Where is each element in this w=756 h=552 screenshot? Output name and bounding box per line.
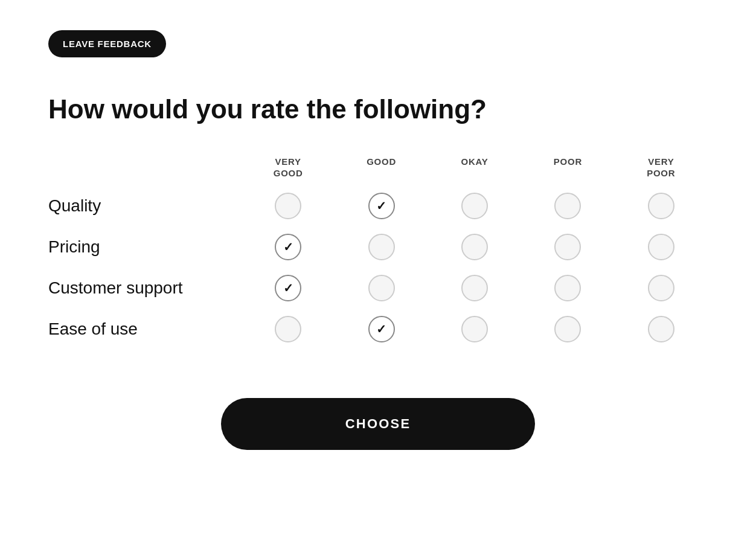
radio-pricing-good[interactable] [368,234,395,260]
choose-button[interactable]: CHOOSE [221,398,535,450]
radio-ease-of-use-good[interactable] [368,316,395,342]
col-poor: POOR [521,156,614,179]
radio-quality-okay[interactable] [461,193,488,219]
table-row: Customer support [48,268,708,309]
leave-feedback-badge: LEAVE FEEDBACK [48,30,166,57]
radio-pricing-okay[interactable] [461,234,488,260]
col-very-poor: VERY POOR [615,156,708,179]
radio-customer-support-very-poor[interactable] [648,275,674,301]
radio-customer-support-poor[interactable] [554,275,581,301]
row-label-ease-of-use: Ease of use [48,319,242,339]
row-label-pricing: Pricing [48,237,242,257]
row-label-customer-support: Customer support [48,278,242,298]
main-question: How would you rate the following? [48,94,708,126]
radio-ease-of-use-very-poor[interactable] [648,316,674,342]
radio-customer-support-good[interactable] [368,275,395,301]
radio-pricing-very-good[interactable] [275,234,301,260]
radio-customer-support-very-good[interactable] [275,275,301,301]
table-row: Quality [48,185,708,226]
col-good: GOOD [335,156,428,179]
radio-quality-very-poor[interactable] [648,193,674,219]
col-very-good: VERY GOOD [242,156,335,179]
radio-quality-very-good[interactable] [275,193,301,219]
radio-ease-of-use-poor[interactable] [554,316,581,342]
radio-ease-of-use-okay[interactable] [461,316,488,342]
radio-quality-poor[interactable] [554,193,581,219]
radio-ease-of-use-very-good[interactable] [275,316,301,342]
radio-pricing-very-poor[interactable] [648,234,674,260]
col-okay: OKAY [428,156,521,179]
radio-pricing-poor[interactable] [554,234,581,260]
radio-quality-good[interactable] [368,193,395,219]
rating-header: VERY GOOD GOOD OKAY POOR VERY POOR [48,156,708,179]
row-label-quality: Quality [48,196,242,216]
radio-customer-support-okay[interactable] [461,275,488,301]
rating-table: VERY GOOD GOOD OKAY POOR VERY POOR Quali… [48,156,708,350]
table-row: Pricing [48,226,708,268]
table-row: Ease of use [48,309,708,350]
